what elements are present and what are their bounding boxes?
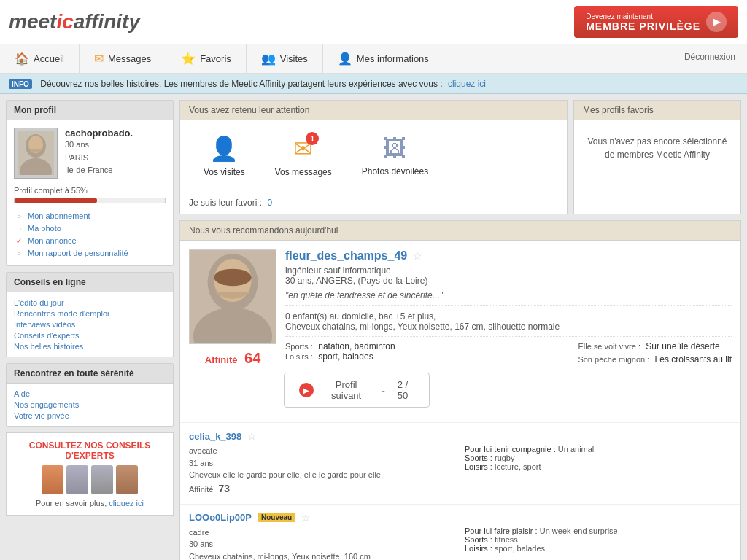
annonce-label: Mon annonce: [28, 236, 77, 245]
logo: meeticaffinity: [9, 10, 140, 34]
nav-mes-informations-label: Mes informations: [357, 53, 429, 64]
experts-link: Pour en savoir plus, cliquez ici: [14, 499, 166, 508]
mini-star-icon-2[interactable]: ☆: [301, 512, 311, 524]
main-profile-card: Affinité 64 fleur_des_champs_49 ☆ ingéni…: [180, 241, 740, 423]
nav-favoris[interactable]: ⭐ Favoris: [166, 44, 247, 73]
profil-age: 30 ans: [65, 139, 166, 152]
mini-card-1: celia_k_398 ☆ avocate 31 ans Cheveux ell…: [180, 423, 740, 505]
conseil-interviews[interactable]: Interviews vidéos: [14, 320, 166, 329]
nav-visites[interactable]: 👥 Visites: [247, 44, 323, 73]
mini-username-1[interactable]: celia_k_398: [189, 431, 241, 442]
favori-text: Je suis leur favori :: [189, 198, 262, 208]
next-profile-count: -: [382, 385, 384, 396]
envelope-nav-icon: ✉: [94, 52, 104, 66]
expert-person-3: [91, 465, 113, 494]
top-row: Vous avez retenu leur attention 👤 Vos vi…: [179, 100, 741, 214]
photos-devoilees-label: Photos dévoilées: [362, 166, 428, 176]
aside2: Son péché mignon : Les croissants au lit: [578, 354, 732, 365]
mini-username-2[interactable]: LOOo0Lip00P: [189, 512, 252, 523]
aside1: Elle se voit vivre : Sur une île déserte: [578, 341, 732, 351]
conseil-experts[interactable]: Conseils d'experts: [14, 331, 166, 340]
abonnement-icon: ○: [14, 211, 24, 221]
vos-messages-item[interactable]: ✉ 1 Vos messages: [260, 129, 347, 183]
mini-content-2: cadre 30 ans Cheveux chatains, mi-longs,…: [189, 526, 732, 561]
visites-icon: 👤: [209, 135, 239, 163]
rencontrez-engagements[interactable]: Nos engagements: [14, 400, 166, 409]
nouveau-badge: Nouveau: [258, 513, 295, 522]
main-profile-location: 30 ans, ANGERS, (Pays-de-la-Loire): [285, 276, 732, 286]
favoris-content: Vous n'avez pas encore sélectionné de me…: [574, 120, 740, 176]
main-profile-info: fleur_des_champs_49 ☆ ingénieur sauf inf…: [285, 249, 732, 367]
nav-mes-informations[interactable]: 👤 Mes informations: [323, 44, 444, 73]
mini-card-2-header: LOOo0Lip00P Nouveau ☆: [189, 512, 732, 524]
main-profile-job: ingénieur sauf informatique: [285, 265, 732, 276]
experts-link-text: Pour en savoir plus,: [36, 499, 107, 508]
sports-label: Sports : natation, badminton: [285, 341, 563, 351]
photo-link[interactable]: ○ Ma photo: [14, 223, 166, 233]
next-profile-label: Profil suivant: [320, 379, 374, 401]
main-profile-city: ANGERS: [316, 276, 353, 286]
infobar-link[interactable]: cliquez ici: [448, 79, 486, 89]
mini-aside-1: Pour lui tenir compagnie : Un animal Spo…: [465, 445, 732, 497]
conseil-histoires[interactable]: Nos belles histoires: [14, 342, 166, 351]
sports-value: natation, badminton: [318, 341, 395, 351]
profile-photo: [189, 249, 276, 344]
next-profile-button[interactable]: ▶ Profil suivant - 2 / 50: [284, 373, 430, 408]
nav-accueil[interactable]: 🏠 Accueil: [0, 44, 80, 73]
logo-affinity: affinity: [74, 10, 140, 33]
affinity-display: Affinité 64: [205, 350, 261, 367]
attention-header: Vous avez retenu leur attention: [180, 101, 567, 120]
rapport-label: Mon rapport de personnalité: [28, 249, 128, 257]
favori-count[interactable]: 0: [267, 198, 272, 208]
favoris-section: Mes profils favoris Vous n'avez pas enco…: [573, 100, 741, 214]
conseils-section: Conseils en ligne L'édito du jour Rencon…: [6, 272, 174, 357]
conseil-edito[interactable]: L'édito du jour: [14, 298, 166, 307]
aside1-value: Sur une île déserte: [646, 341, 719, 351]
mini-aside-2: Pour lui faire plaisir : Un week-end sur…: [465, 526, 732, 561]
mini-content-1: avocate 31 ans Cheveux elle le garde pou…: [189, 445, 732, 497]
experts-box: CONSULTEZ NOS CONSEILS D'EXPERTS Pour en…: [6, 432, 174, 516]
loisirs-value: sport, balades: [318, 351, 373, 362]
abonnement-link[interactable]: ○ Mon abonnement: [14, 211, 166, 221]
loisirs-label: Loisirs : sport, balades: [285, 351, 563, 362]
profile-aside: Elle se voit vivre : Sur une île déserte…: [578, 341, 732, 365]
nav-messages[interactable]: ✉ Messages: [80, 44, 166, 73]
mini-star-icon-1[interactable]: ☆: [247, 430, 257, 442]
attention-section: Vous avez retenu leur attention 👤 Vos vi…: [179, 100, 568, 214]
affinity-text: Affinité: [205, 354, 238, 365]
rencontrez-aide[interactable]: Aide: [14, 389, 166, 398]
expert-person-2: [66, 465, 88, 494]
rapport-icon: ○: [14, 248, 24, 258]
nav-accueil-label: Accueil: [34, 53, 64, 64]
info-text: Découvrez nos belles histoires. Les memb…: [40, 79, 442, 89]
completion-text: Profil complet à 55%: [14, 186, 166, 195]
mini-age-1: 31 ans: [189, 457, 456, 470]
conseils-title: Conseils en ligne: [7, 273, 173, 292]
photos-devoilees-item[interactable]: 🖼 Photos dévoilées: [347, 129, 443, 183]
rencontrez-vie[interactable]: Votre vie privée: [14, 411, 166, 420]
profil-name: cachoprobado.: [65, 128, 166, 139]
mini-info-2: cadre 30 ans Cheveux chatains, mi-longs,…: [189, 526, 456, 561]
profile-card-main: Affinité 64 fleur_des_champs_49 ☆ ingéni…: [189, 249, 732, 367]
main-profile-username[interactable]: fleur_des_champs_49: [285, 249, 407, 262]
conseil-rencontres[interactable]: Rencontres mode d'emploi: [14, 309, 166, 318]
favorite-star-icon[interactable]: ☆: [413, 250, 422, 262]
profil-info: cachoprobado. 30 ans PARIS Ile-de-France: [65, 128, 166, 179]
expert-person-1: [42, 465, 63, 494]
main: Mon profil cachoprobado. 30 ans PA: [0, 94, 747, 560]
annonce-link[interactable]: ✓ Mon annonce: [14, 236, 166, 246]
messages-icon: ✉ 1: [293, 135, 313, 163]
info-bar: INFO Découvrez nos belles histoires. Les…: [0, 74, 747, 94]
reco-header: Nous vous recommandons aujourd'hui: [180, 221, 740, 241]
privilege-button[interactable]: Devenez maintenant MEMBRE PRIVILÈGE ▶: [574, 6, 738, 38]
profil-region: Ile-de-France: [65, 164, 166, 177]
vos-messages-label: Vos messages: [275, 167, 332, 177]
rapport-link[interactable]: ○ Mon rapport de personnalité: [14, 248, 166, 258]
main-profile-quote: "en quête de tendresse et de sincérité..…: [285, 290, 732, 306]
vos-visites-item[interactable]: 👤 Vos visites: [189, 129, 260, 183]
sport-col: Sports : natation, badminton Loisirs : s…: [285, 341, 563, 365]
experts-cliquez-link[interactable]: cliquez ici: [109, 499, 144, 508]
deconnexion-link[interactable]: Déconnexion: [673, 44, 747, 73]
vos-visites-label: Vos visites: [204, 167, 245, 177]
next-count-value: 2 / 50: [391, 379, 414, 401]
